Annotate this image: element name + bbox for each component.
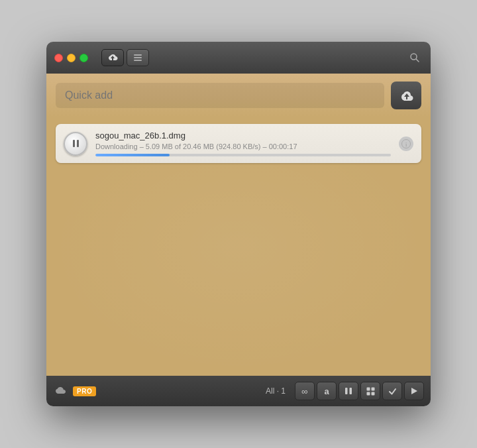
infinity-icon: ∞ (301, 386, 307, 396)
svg-rect-11 (366, 392, 370, 395)
check-button[interactable] (382, 382, 402, 400)
titlebar-buttons (101, 49, 149, 66)
grid-icon (366, 387, 375, 396)
download-name: sogou_mac_26b.1.dmg (95, 131, 391, 140)
bottom-controls: ∞ a (295, 382, 424, 400)
pause-icon (73, 140, 79, 147)
svg-line-4 (417, 60, 419, 62)
svg-rect-10 (371, 387, 374, 390)
bottombar: PRO All · 1 ∞ a (46, 376, 431, 406)
cloud-icon (53, 386, 66, 396)
download-status: Downloading – 5.09 MB of 20.46 MB (924.8… (95, 142, 391, 150)
quickadd-button[interactable] (391, 82, 421, 109)
svg-rect-7 (345, 388, 348, 394)
svg-rect-0 (134, 54, 142, 56)
pro-badge: PRO (73, 386, 96, 396)
svg-rect-12 (371, 392, 374, 395)
search-icon (409, 52, 420, 63)
svg-rect-1 (134, 57, 142, 58)
download-item: sogou_mac_26b.1.dmg Downloading – 5.09 M… (56, 124, 421, 163)
svg-marker-13 (411, 388, 417, 394)
svg-rect-2 (134, 60, 142, 61)
search-button[interactable] (407, 50, 423, 66)
svg-rect-9 (366, 387, 370, 390)
download-info: sogou_mac_26b.1.dmg Downloading – 5.09 M… (95, 131, 391, 156)
info-icon: i (401, 139, 411, 148)
pause-bar-left (73, 140, 75, 147)
close-button[interactable] (54, 54, 63, 62)
all-count: All · 1 (266, 386, 286, 396)
download-cloud-icon (399, 89, 413, 101)
infinity-button[interactable]: ∞ (295, 382, 315, 400)
list-icon (133, 53, 142, 62)
quickadd-bar (46, 74, 431, 117)
svg-point-3 (411, 54, 417, 60)
bottom-cloud-icon (53, 386, 66, 396)
grid-button[interactable] (360, 382, 380, 400)
svg-rect-8 (350, 388, 352, 394)
pause-all-button[interactable] (339, 382, 358, 400)
pause-bar-right (77, 140, 79, 147)
text-button[interactable]: a (317, 382, 337, 400)
info-button[interactable]: i (399, 137, 413, 151)
quickadd-input[interactable] (56, 83, 384, 108)
titlebar (46, 42, 431, 74)
cloud-upload-button[interactable] (101, 49, 124, 66)
list-button[interactable] (127, 49, 149, 66)
play-icon (410, 387, 418, 395)
svg-text:i: i (405, 141, 407, 147)
text-icon: a (324, 386, 329, 396)
maximize-button[interactable] (80, 54, 88, 62)
pause-all-icon (344, 387, 352, 395)
content-area: sogou_mac_26b.1.dmg Downloading – 5.09 M… (46, 117, 431, 376)
download-progress-bar (95, 154, 391, 156)
download-progress-fill (95, 154, 170, 156)
cloud-upload-icon (107, 53, 118, 62)
app-window: sogou_mac_26b.1.dmg Downloading – 5.09 M… (46, 42, 431, 406)
minimize-button[interactable] (67, 54, 76, 62)
pause-button[interactable] (64, 132, 87, 156)
traffic-lights (54, 54, 88, 62)
check-icon (388, 387, 397, 396)
play-button[interactable] (404, 382, 424, 400)
